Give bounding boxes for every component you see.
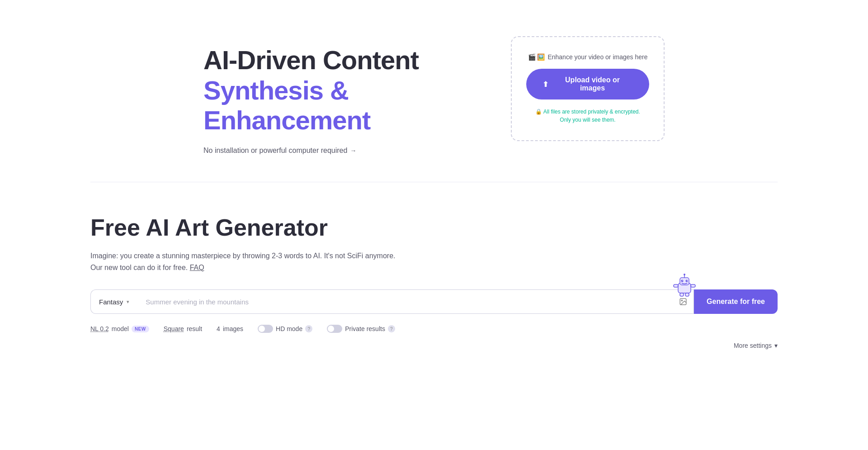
settings-row: NL 0.2 model NEW Square result 4 images … (90, 325, 778, 333)
shape-setting: Square result (164, 325, 202, 332)
upload-security: 🔒 All files are stored privately & encry… (535, 108, 640, 124)
lock-icon: 🔒 (535, 109, 542, 115)
faq-link[interactable]: FAQ (190, 264, 204, 271)
chevron-down-icon: ▾ (774, 342, 778, 349)
generator-title: Free AI Art Generator (90, 214, 778, 241)
upload-icon: ⬆ (542, 80, 548, 89)
generator-section: Free AI Art Generator Imagine: you creat… (0, 182, 868, 376)
private-results-help-icon[interactable]: ? (388, 325, 395, 332)
upload-hint: 🎬 🖼️ Enhance your video or images here (528, 53, 648, 61)
hd-mode-help-icon[interactable]: ? (305, 325, 312, 332)
svg-point-6 (681, 280, 684, 282)
model-link[interactable]: NL 0.2 (90, 325, 109, 332)
prompt-row: Fantasy ▾ Generate for free (90, 289, 778, 314)
style-dropdown[interactable]: Fantasy ▾ (90, 289, 137, 314)
media-icons: 🎬 🖼️ (528, 53, 545, 61)
more-settings-button[interactable]: More settings ▾ (734, 342, 778, 349)
model-setting: NL 0.2 model NEW (90, 325, 149, 332)
chevron-down-icon: ▾ (127, 299, 129, 305)
generator-description: Imagine: you create a stunning masterpie… (90, 250, 407, 273)
hero-title: AI-Driven Content Synthesis & Enhancemen… (203, 45, 475, 136)
upload-button[interactable]: ⬆ Upload video or images (526, 69, 649, 99)
prompt-input[interactable] (137, 289, 673, 314)
hero-left: AI-Driven Content Synthesis & Enhancemen… (203, 36, 475, 155)
generate-button[interactable]: Generate for free (694, 289, 778, 314)
hd-mode-setting: HD mode ? (258, 325, 312, 333)
image-icon (679, 298, 687, 306)
svg-point-1 (681, 300, 682, 301)
private-results-setting: Private results ? (327, 325, 395, 333)
svg-point-8 (682, 280, 683, 281)
more-settings-row: More settings ▾ (90, 342, 778, 349)
svg-rect-3 (680, 278, 689, 285)
new-badge: NEW (132, 326, 149, 332)
upload-card: 🎬 🖼️ Enhance your video or images here ⬆… (511, 36, 665, 141)
arrow-right-icon: → (350, 147, 356, 154)
upload-hint-text: Enhance your video or images here (547, 53, 647, 61)
private-results-toggle[interactable] (327, 325, 342, 333)
svg-rect-11 (691, 284, 695, 287)
svg-point-5 (684, 274, 685, 275)
image-upload-icon-button[interactable] (673, 289, 694, 314)
hd-mode-toggle[interactable] (258, 325, 273, 333)
images-count-setting: 4 images (217, 325, 243, 332)
hero-section: AI-Driven Content Synthesis & Enhancemen… (0, 0, 868, 182)
svg-rect-10 (674, 284, 678, 287)
shape-link[interactable]: Square (164, 325, 184, 332)
hero-title-black: AI-Driven Content (203, 45, 419, 75)
svg-point-7 (686, 280, 688, 282)
svg-point-9 (687, 280, 688, 281)
hero-subtitle: No installation or powerful computer req… (203, 147, 475, 155)
hero-title-purple: Synthesis & Enhancement (203, 76, 475, 136)
